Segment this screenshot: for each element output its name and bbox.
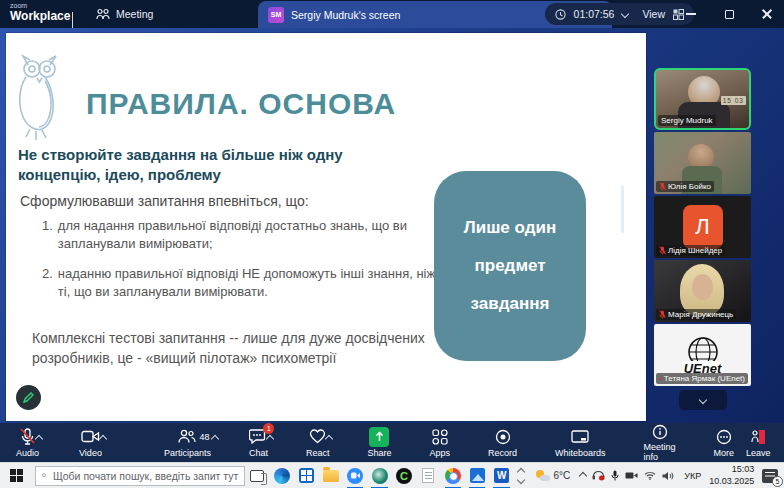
meet-app-icon: [372, 468, 388, 484]
minimize-button[interactable]: [680, 3, 702, 25]
sidebar-scrollbar[interactable]: [621, 185, 624, 233]
slide-title: ПРАВИЛА. ОСНОВА: [86, 87, 396, 121]
meeting-info-button[interactable]: Meeting info: [638, 423, 682, 462]
more-label: More: [714, 448, 735, 458]
list-item: 2. наданню правильної відповіді НЕ допом…: [42, 265, 442, 300]
muted-mic-icon: [659, 182, 666, 191]
share-button[interactable]: Share: [361, 423, 397, 462]
participant-tile[interactable]: Марія Дружинець: [654, 260, 751, 322]
participant-tile-active-speaker[interactable]: 15 03 Sergiy Mudruk: [654, 68, 751, 130]
annotate-button[interactable]: [16, 385, 41, 410]
chat-label: Chat: [249, 448, 268, 458]
taskbar-app-word[interactable]: W: [489, 463, 513, 488]
video-label: Video: [79, 448, 102, 458]
audio-options-icon[interactable]: [35, 434, 43, 442]
more-button[interactable]: More: [708, 423, 741, 462]
taskbar-time: 15:03: [709, 464, 754, 475]
participant-name: Тетяна Ярмак (UEnet): [664, 374, 745, 383]
participant-name: Лідія Шнейдер: [668, 246, 722, 255]
window-controls: [680, 0, 778, 28]
taskbar-app-notepad[interactable]: [416, 463, 440, 488]
taskbar-weather[interactable]: 6°C: [536, 470, 571, 481]
participants-button[interactable]: 48 Participants: [158, 423, 217, 462]
chat-button[interactable]: 1 Chat: [243, 423, 274, 462]
taskbar-app-c[interactable]: C: [392, 463, 416, 488]
video-options-icon[interactable]: [99, 434, 107, 442]
zoom-meeting-window: zoom Workplace Meeting SM Sergiy Mudruk'…: [0, 0, 784, 488]
callout-line: Лише один: [464, 218, 556, 238]
record-button[interactable]: Record: [482, 423, 523, 462]
task-view-icon: [250, 470, 264, 482]
share-screen-icon: [369, 427, 389, 447]
camera-tray-icon[interactable]: [625, 471, 638, 480]
taskbar-app-meet[interactable]: [367, 463, 391, 488]
callout-line: завдання: [471, 294, 550, 314]
whiteboards-label: Whiteboards: [555, 448, 606, 458]
participant-tile[interactable]: UEnet Тетяна Ярмак (UEnet): [654, 324, 751, 386]
participant-tile[interactable]: Юлія Бойко: [654, 132, 751, 194]
mic-tray-icon[interactable]: [611, 470, 619, 481]
apps-button[interactable]: Apps: [423, 423, 456, 462]
wifi-icon[interactable]: [644, 471, 656, 480]
clock-icon: [555, 9, 566, 20]
participant-name: Марія Дружинець: [668, 310, 733, 319]
taskbar-clock[interactable]: 15:03 10.03.2025: [709, 464, 754, 487]
taskbar-app-store[interactable]: [294, 463, 318, 488]
react-options-icon[interactable]: [325, 434, 333, 442]
start-button[interactable]: [0, 463, 33, 488]
muted-mic-icon: [659, 246, 666, 255]
notepad-icon: [422, 468, 434, 483]
video-button[interactable]: Video: [73, 423, 108, 462]
meeting-timer-cluster[interactable]: 01:07:56 View: [545, 3, 694, 25]
leave-button[interactable]: Leave: [740, 423, 777, 462]
chevron-down-icon: [698, 396, 706, 404]
wall-clock-in-video: 15 03: [721, 96, 746, 105]
timer-dropdown-icon[interactable]: [621, 10, 629, 18]
slide-footer-note: Комплексні тестові запитання -- лише для…: [32, 329, 457, 368]
uenet-logo: UEnet: [682, 335, 724, 376]
close-button[interactable]: [756, 3, 778, 25]
participant-tile[interactable]: Л Лідія Шнейдер: [654, 196, 751, 258]
react-button[interactable]: React: [300, 423, 336, 462]
taskbar-app-explorer[interactable]: [318, 463, 342, 488]
participant-name-tag: Лідія Шнейдер: [656, 245, 725, 256]
tab-meeting[interactable]: Meeting: [96, 0, 153, 28]
slide-list: 1. для надання правильної відповіді дост…: [42, 217, 442, 313]
task-view-button[interactable]: [245, 463, 269, 488]
muted-mic-icon: [659, 310, 666, 319]
maximize-button[interactable]: [718, 3, 740, 25]
zoom-app-icon: [347, 468, 363, 484]
audio-label: Audio: [16, 448, 39, 458]
tray-expand-icon[interactable]: [579, 471, 587, 479]
view-label[interactable]: View: [642, 8, 665, 20]
audio-button[interactable]: Audio: [10, 423, 45, 462]
taskbar-scroll-buttons[interactable]: [514, 469, 528, 483]
taskbar-search-input[interactable]: Щоби почати пошук, введіть запит тут: [35, 466, 245, 486]
zoom-workplace-logo[interactable]: zoom Workplace: [10, 2, 70, 22]
show-more-participants-button[interactable]: [679, 390, 727, 410]
pencil-icon: [22, 391, 35, 404]
info-icon: [652, 424, 668, 440]
taskbar-app-photos[interactable]: [465, 463, 489, 488]
meeting-content-area: ПРАВИЛА. ОСНОВА Не створюйте завдання на…: [0, 28, 784, 423]
speaker-icon[interactable]: [662, 471, 674, 481]
participant-name-tag: Марія Дружинець: [656, 309, 736, 320]
notification-count-badge: 5: [772, 476, 783, 487]
headset-recording-icon[interactable]: [592, 470, 605, 481]
brand-zoom: zoom: [10, 2, 70, 9]
language-indicator[interactable]: УКР: [684, 471, 701, 481]
list-item-text: для надання правильної відповіді достатн…: [58, 217, 442, 252]
mic-muted-icon: [19, 428, 36, 445]
slide-intro: Сформулювавши запитання впевніться, що:: [20, 193, 309, 209]
search-icon: [42, 470, 47, 481]
taskbar-app-zoom[interactable]: [343, 463, 367, 488]
notification-center-button[interactable]: 5: [762, 469, 778, 483]
participant-name-tag: Юлія Бойко: [656, 181, 714, 192]
leave-label: Leave: [746, 448, 771, 458]
taskbar-app-edge[interactable]: [270, 463, 294, 488]
taskbar-app-chrome[interactable]: [441, 463, 465, 488]
chat-unread-badge: 1: [263, 423, 274, 434]
participants-options-icon[interactable]: [211, 434, 219, 442]
chat-options-icon[interactable]: [266, 434, 274, 442]
whiteboards-button[interactable]: Whiteboards: [549, 423, 612, 462]
